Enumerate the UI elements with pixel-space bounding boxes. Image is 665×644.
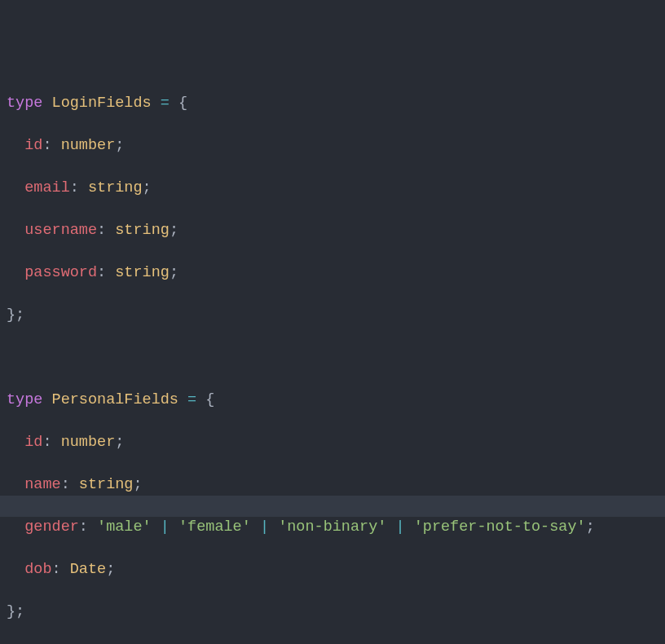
code-line: password: string; (7, 262, 658, 284)
code-line: id: number; (7, 432, 658, 453)
code-line: gender: 'male' | 'female' | 'non-binary'… (7, 517, 658, 538)
code-line: }; (7, 305, 658, 326)
property: email (24, 179, 70, 196)
type-name: PersonalFields (52, 391, 178, 408)
string-literal: 'non-binary' (278, 518, 386, 536)
code-line: }; (7, 602, 658, 623)
builtin-type: string (88, 179, 143, 196)
keyword-type: type (7, 391, 42, 408)
code-line: id: number; (7, 135, 658, 157)
code-line: type LoginFields = { (7, 93, 658, 114)
code-line: type PersonalFields = { (7, 390, 658, 411)
type-name: LoginFields (52, 95, 152, 112)
code-line: name: string; (7, 474, 658, 496)
builtin-type: number (61, 137, 116, 154)
code-line: email: string; (7, 178, 658, 199)
property: dob (24, 561, 51, 578)
builtin-type: string (115, 264, 170, 281)
builtin-type: number (61, 434, 116, 451)
builtin-type: Date (70, 561, 106, 578)
code-line (7, 347, 658, 368)
string-literal: 'female' (178, 518, 251, 536)
property: gender (24, 518, 79, 536)
string-literal: 'male' (97, 518, 152, 536)
builtin-type: string (115, 222, 170, 239)
code-content: type LoginFields = { id: number; email: … (7, 72, 658, 644)
code-editor[interactable]: type LoginFields = { id: number; email: … (0, 0, 665, 644)
property: password (24, 264, 97, 281)
code-line: username: string; (7, 220, 658, 241)
keyword-type: type (7, 95, 42, 112)
builtin-type: string (79, 476, 134, 493)
property: id (24, 137, 42, 154)
string-literal: 'prefer-not-to-say' (414, 518, 586, 536)
property: id (24, 434, 42, 451)
property: username (24, 222, 97, 239)
property: name (24, 476, 60, 493)
code-line: dob: Date; (7, 559, 658, 580)
